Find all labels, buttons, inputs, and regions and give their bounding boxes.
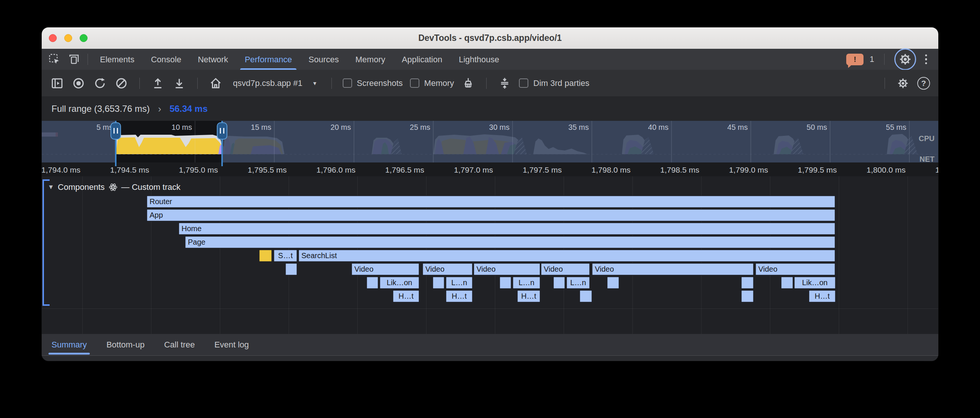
more-options-icon[interactable]: [922, 53, 931, 66]
checkbox-icon: [343, 78, 352, 88]
tick-label: 35 ms: [568, 123, 589, 131]
tab-lighthouse[interactable]: Lighthouse: [450, 49, 508, 70]
toggle-sidebar-icon[interactable]: [50, 75, 64, 92]
flame-bar-blip[interactable]: [781, 277, 793, 289]
tab-elements[interactable]: Elements: [92, 49, 143, 70]
tabbar-right-cluster: ! 1: [846, 48, 938, 70]
flame-bar-truncated[interactable]: Lik…on: [794, 277, 836, 289]
flame-bar-searchlist[interactable]: SearchList: [298, 250, 835, 262]
flame-bar-video[interactable]: Video: [592, 263, 754, 276]
flame-bar-blip[interactable]: [366, 277, 379, 289]
ptoolbar-divider: [197, 78, 198, 89]
ptoolbar-divider: [885, 78, 885, 89]
tabbar-divider: [884, 54, 885, 65]
screenshots-label: Screenshots: [357, 78, 403, 88]
flame-bar-truncated[interactable]: H…t: [517, 290, 540, 302]
screenshots-checkbox[interactable]: Screenshots: [343, 78, 403, 88]
device-toolbar-icon[interactable]: [64, 51, 84, 68]
issues-icon[interactable]: !: [846, 54, 864, 65]
tab-call-tree[interactable]: Call tree: [164, 334, 195, 355]
flame-bar-truncated[interactable]: S…t: [274, 250, 297, 262]
flamechart-time-ruler: 1,794.0 ms 1,794.5 ms 1,795.0 ms 1,795.5…: [42, 163, 938, 177]
flame-bar-blip[interactable]: [741, 290, 754, 302]
flame-bar-blip[interactable]: [553, 277, 565, 289]
breadcrumb-full-range[interactable]: Full range (3,653.76 ms): [51, 104, 150, 114]
inspect-element-icon[interactable]: [45, 51, 64, 68]
memory-checkbox[interactable]: Memory: [410, 78, 454, 88]
flame-bar-video[interactable]: Video: [422, 263, 473, 276]
home-icon[interactable]: [208, 75, 223, 92]
tick-label: 20 ms: [331, 123, 351, 131]
tab-network[interactable]: Network: [189, 49, 236, 70]
devtools-tabbar: Elements Console Network Performance Sou…: [42, 49, 938, 70]
time-label: 1,799.5 ms: [775, 163, 837, 176]
clear-icon[interactable]: [114, 75, 129, 92]
track-bottom-divider: [42, 309, 938, 309]
tab-summary[interactable]: Summary: [51, 334, 87, 355]
flame-bar-blip[interactable]: [741, 277, 754, 289]
flame-bar-blip[interactable]: [285, 263, 297, 276]
download-profile-icon[interactable]: [172, 75, 186, 92]
time-label: 1,799.0 ms: [706, 163, 768, 176]
flame-bar-truncated[interactable]: H…t: [809, 290, 836, 302]
flame-bar-truncated[interactable]: L…n: [445, 277, 473, 289]
shortcuts-collapse-icon[interactable]: [498, 75, 512, 92]
dim-3rd-parties-label: Dim 3rd parties: [533, 78, 589, 88]
flame-bar-video[interactable]: Video: [755, 263, 835, 276]
time-label: 1,795.5 ms: [225, 163, 287, 176]
ptoolbar-divider: [486, 78, 487, 89]
tab-bottom-up[interactable]: Bottom-up: [107, 334, 145, 355]
record-icon[interactable]: [72, 75, 86, 92]
capture-settings-gear-icon[interactable]: [896, 75, 910, 92]
reload-record-icon[interactable]: [93, 75, 107, 92]
flame-bar-truncated[interactable]: H…t: [393, 290, 419, 302]
upload-profile-icon[interactable]: [151, 75, 165, 92]
dim-3rd-parties-checkbox[interactable]: Dim 3rd parties: [519, 78, 589, 88]
tick-label: 5 ms: [97, 123, 113, 131]
disclosure-triangle-icon[interactable]: ▼: [48, 184, 54, 191]
tab-event-log[interactable]: Event log: [215, 334, 249, 355]
flame-bar-page[interactable]: Page: [185, 236, 835, 249]
timeline-overview[interactable]: 5 ms 10 ms 15 ms 20 ms 25 ms 30 ms 35 ms…: [42, 121, 938, 163]
flamechart-area[interactable]: ▼ Components — Custom track Router App H…: [42, 176, 938, 334]
flame-bar-router[interactable]: Router: [146, 195, 835, 208]
flame-bar-video[interactable]: Video: [541, 263, 590, 276]
tick-label: 15 ms: [251, 123, 271, 131]
tick-label: 25 ms: [410, 123, 430, 131]
window-titlebar: DevTools - qsvd7p.csb.app/video/1: [42, 27, 938, 49]
flame-bar-blip[interactable]: [607, 277, 619, 289]
settings-gear-icon[interactable]: [894, 48, 916, 70]
tick-label: 30 ms: [489, 123, 509, 131]
toolbar-divider: [88, 54, 88, 65]
flame-bar-truncated[interactable]: Lik…on: [380, 277, 419, 289]
flame-bar-blip[interactable]: [433, 277, 444, 289]
time-label: 1,796.0 ms: [294, 163, 355, 176]
tab-application[interactable]: Application: [393, 49, 450, 70]
time-label: 1,796.5 ms: [363, 163, 424, 176]
time-label: 1,797.5 ms: [500, 163, 562, 176]
tab-memory[interactable]: Memory: [347, 49, 393, 70]
flame-bar-truncated[interactable]: L…n: [566, 277, 590, 289]
flame-bar-blip[interactable]: [500, 277, 511, 289]
target-selector[interactable]: qsvd7p.csb.app #1 ▼: [230, 78, 321, 88]
flame-bar-video[interactable]: Video: [474, 263, 540, 276]
flame-bar-blip[interactable]: [579, 290, 592, 302]
react-atom-icon: [108, 183, 118, 192]
breadcrumb-selection[interactable]: 56.34 ms: [169, 104, 207, 114]
flame-bar-truncated[interactable]: L…n: [512, 277, 540, 289]
flame-bar-truncated[interactable]: H…t: [445, 290, 473, 302]
flame-bar-yellow[interactable]: [259, 250, 272, 262]
tick-label: 40 ms: [648, 123, 668, 131]
tab-performance[interactable]: Performance: [236, 49, 300, 70]
flame-bar-video[interactable]: Video: [352, 263, 419, 276]
collect-garbage-icon[interactable]: [461, 75, 475, 92]
track-header[interactable]: ▼ Components — Custom track: [48, 182, 180, 192]
track-name: Components: [58, 182, 105, 192]
chevron-down-icon: ▼: [312, 80, 318, 86]
tab-sources[interactable]: Sources: [300, 49, 347, 70]
help-icon[interactable]: ?: [917, 77, 930, 90]
time-label: 1,795.0 ms: [156, 163, 218, 176]
flame-bar-app[interactable]: App: [146, 209, 835, 222]
tab-console[interactable]: Console: [143, 49, 190, 70]
flame-bar-home[interactable]: Home: [178, 223, 835, 235]
